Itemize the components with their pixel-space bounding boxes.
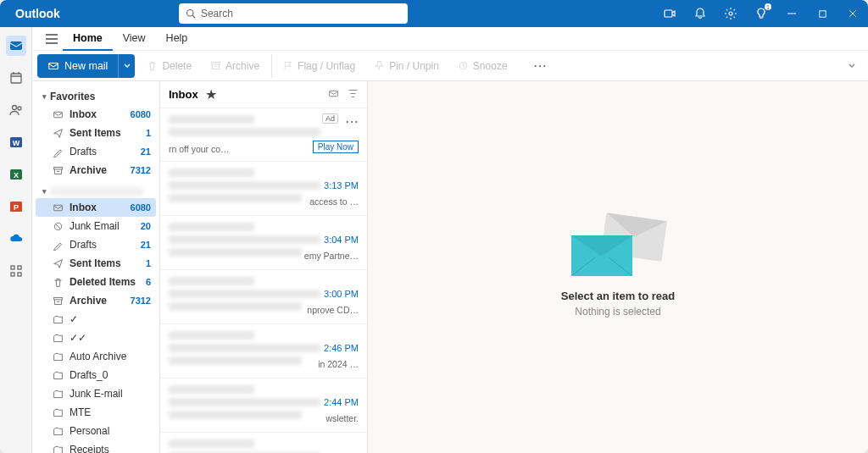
title-bar: Outlook Search 1 — [0, 0, 868, 27]
folder-archive[interactable]: Archive7312 — [36, 291, 156, 310]
svg-rect-10 — [11, 74, 21, 83]
folder-pane[interactable]: ▾Favorites Inbox6080Sent Items1Drafts21A… — [32, 81, 159, 453]
new-mail-button[interactable]: New mail — [37, 54, 118, 78]
favorite-star-icon[interactable]: ★ — [205, 86, 217, 102]
svg-text:P: P — [13, 203, 18, 212]
toolbar-more-button[interactable]: ⋯ — [526, 58, 554, 74]
new-mail-dropdown[interactable] — [118, 54, 135, 78]
account-section[interactable]: ▾ — [36, 185, 156, 198]
svg-rect-30 — [212, 62, 220, 64]
folder-receipts[interactable]: Receipts — [36, 440, 156, 453]
rail-word-icon[interactable]: W — [6, 132, 26, 152]
folder-mte[interactable]: MTE — [36, 403, 156, 422]
rail-onedrive-icon[interactable] — [6, 229, 26, 249]
message-scroll[interactable]: Ad ⋯ rn off your co… Play Now 3:13 PMacc… — [160, 108, 367, 453]
rail-excel-icon[interactable]: X — [6, 164, 26, 185]
notifications-icon[interactable] — [685, 0, 715, 27]
ad-snippet: rn off your co… — [169, 144, 230, 154]
minimize-button[interactable] — [776, 0, 807, 27]
message-item[interactable]: 1:57 PMvery weekd… — [160, 433, 367, 453]
archive-button[interactable]: Archive — [203, 54, 266, 78]
drafts-icon — [51, 146, 64, 157]
search-placeholder: Search — [201, 8, 233, 19]
empty-illustration — [571, 217, 665, 276]
folder-label: Deleted Items — [70, 276, 146, 288]
favorites-section[interactable]: ▾Favorites — [36, 88, 156, 105]
folder-icon — [51, 351, 64, 362]
folder-count: 1 — [146, 128, 151, 138]
ad-menu-icon[interactable]: ⋯ — [345, 113, 359, 130]
message-item[interactable]: 2:46 PMin 2024 … — [160, 324, 367, 378]
svg-text:W: W — [12, 139, 19, 147]
body-panes: ▾Favorites Inbox6080Sent Items1Drafts21A… — [32, 81, 868, 453]
trash-icon — [51, 277, 64, 288]
ad-item[interactable]: Ad ⋯ rn off your co… Play Now — [160, 108, 367, 162]
folder-icon — [51, 407, 64, 418]
message-time: 3:00 PM — [324, 289, 359, 299]
svg-rect-22 — [11, 266, 14, 269]
sent-icon — [51, 258, 64, 269]
app-rail: W X P — [0, 27, 32, 453]
inbox-icon — [51, 109, 64, 120]
main-row: W X P Home View Help New mail — [0, 27, 868, 453]
search-input[interactable]: Search — [179, 3, 408, 24]
folder-junk-email[interactable]: Junk Email20 — [36, 217, 156, 235]
rail-mail-icon[interactable] — [6, 36, 26, 56]
folder-icon — [51, 445, 64, 454]
folder--[interactable]: ✓✓ — [36, 329, 156, 347]
folder-icon — [51, 426, 64, 437]
folder-drafts[interactable]: Drafts21 — [36, 142, 156, 161]
folder-label: MTE — [70, 406, 151, 418]
flag-button[interactable]: Flag / Unflag — [271, 54, 362, 78]
maximize-button[interactable] — [807, 0, 837, 27]
filter-icon[interactable] — [348, 87, 359, 102]
ad-play-button[interactable]: Play Now — [313, 141, 359, 153]
hamburger-button[interactable] — [41, 34, 63, 44]
folder-drafts[interactable]: Drafts21 — [36, 235, 156, 254]
rail-more-apps-icon[interactable] — [6, 261, 26, 281]
folder-deleted-items[interactable]: Deleted Items6 — [36, 273, 156, 291]
folder-junk-e-mail[interactable]: Junk E-mail — [36, 384, 156, 403]
message-item[interactable]: 3:00 PMnprove CD… — [160, 270, 367, 324]
folder-archive[interactable]: Archive7312 — [36, 161, 156, 180]
meet-now-icon[interactable] — [654, 0, 685, 27]
menu-help[interactable]: Help — [156, 27, 198, 51]
message-item[interactable]: 3:13 PMaccess to … — [160, 162, 367, 216]
delete-button[interactable]: Delete — [140, 54, 198, 78]
svg-rect-36 — [53, 297, 62, 299]
toolbar: New mail Delete Archive Flag / Unflag Pi… — [32, 51, 868, 81]
message-item[interactable]: 3:04 PMemy Partne… — [160, 216, 367, 270]
new-mail-label: New mail — [64, 60, 108, 72]
svg-rect-23 — [18, 266, 21, 269]
message-item[interactable]: 2:44 PMwsletter. — [160, 378, 367, 433]
snooze-button[interactable]: Snooze — [451, 54, 515, 78]
pin-button[interactable]: Pin / Unpin — [367, 54, 446, 78]
menu-home[interactable]: Home — [63, 27, 113, 51]
toolbar-chevron-down-icon[interactable] — [848, 58, 856, 74]
folder-inbox[interactable]: Inbox6080 — [36, 198, 156, 217]
folder-label: Inbox — [70, 202, 131, 213]
folder-sent-items[interactable]: Sent Items1 — [36, 254, 156, 273]
folder-drafts-0[interactable]: Drafts_0 — [36, 366, 156, 384]
rail-calendar-icon[interactable] — [6, 68, 26, 88]
close-button[interactable] — [837, 0, 868, 27]
folder-personal[interactable]: Personal — [36, 422, 156, 440]
message-time: 2:46 PM — [324, 343, 359, 353]
svg-text:X: X — [13, 171, 18, 180]
rail-people-icon[interactable] — [6, 100, 26, 120]
folder-label: Auto Archive — [70, 351, 151, 362]
tips-icon[interactable]: 1 — [746, 0, 776, 27]
folder-inbox[interactable]: Inbox6080 — [36, 105, 156, 124]
menu-bar: Home View Help — [32, 27, 868, 51]
folder-count: 7312 — [131, 296, 151, 306]
menu-view[interactable]: View — [113, 27, 156, 51]
folder-label: Drafts — [70, 146, 141, 157]
message-list-header: Inbox ★ — [160, 81, 367, 108]
reading-empty-sub: Nothing is selected — [575, 306, 660, 318]
folder--[interactable]: ✓ — [36, 310, 156, 329]
select-all-icon[interactable] — [328, 87, 339, 102]
settings-icon[interactable] — [715, 0, 746, 27]
rail-powerpoint-icon[interactable]: P — [6, 196, 26, 217]
folder-sent-items[interactable]: Sent Items1 — [36, 124, 156, 142]
folder-auto-archive[interactable]: Auto Archive — [36, 347, 156, 366]
